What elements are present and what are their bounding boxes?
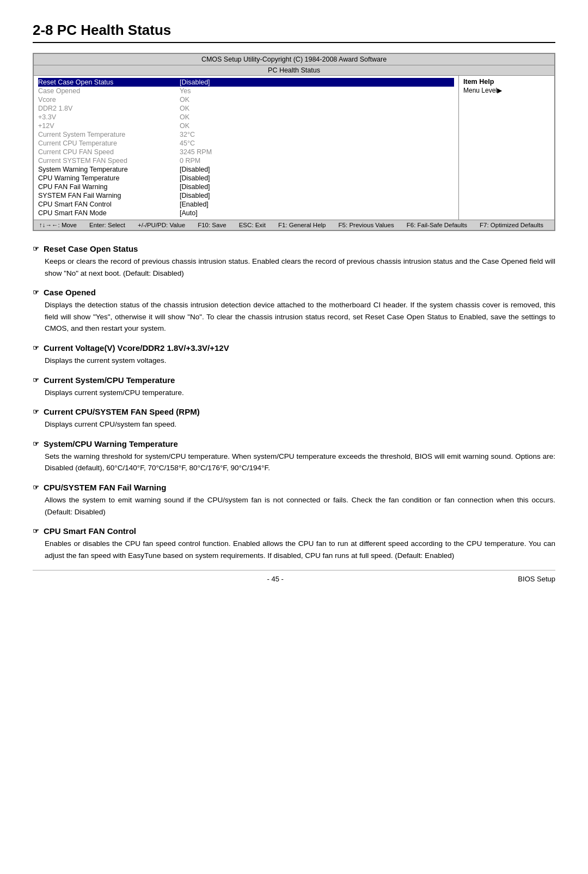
footer-right: BIOS Setup xyxy=(518,575,555,583)
bios-row-label: CPU Warning Temperature xyxy=(38,174,180,182)
bios-row[interactable]: Current CPU Temperature45°C xyxy=(38,139,454,148)
bios-row[interactable]: Current CPU FAN Speed3245 RPM xyxy=(38,148,454,156)
section-title: ☞CPU/SYSTEM FAN Fail Warning xyxy=(33,483,555,492)
bios-help-panel: Item Help Menu Level▶ xyxy=(459,76,554,220)
bios-setup-box: CMOS Setup Utility-Copyright (C) 1984-20… xyxy=(33,53,555,231)
section-title: ☞Current Voltage(V) Vcore/DDR2 1.8V/+3.3… xyxy=(33,343,555,353)
bios-row-label: Reset Case Open Status xyxy=(38,78,180,86)
bios-body: Reset Case Open Status[Disabled]Case Ope… xyxy=(34,76,554,220)
bios-row-label: CPU Smart FAN Mode xyxy=(38,209,180,217)
section-title: ☞Current CPU/SYSTEM FAN Speed (RPM) xyxy=(33,407,555,416)
bios-row-label: CPU Smart FAN Control xyxy=(38,201,180,208)
section-warning-temp: ☞System/CPU Warning TemperatureSets the … xyxy=(33,439,555,474)
bios-row-value: 0 RPM xyxy=(180,157,454,165)
section-body: Enables or disables the CPU fan speed co… xyxy=(45,538,555,561)
section-title-text: System/CPU Warning Temperature xyxy=(44,439,178,448)
section-title-text: Current System/CPU Temperature xyxy=(44,375,175,385)
section-body: Displays current CPU/system fan speed. xyxy=(45,418,555,430)
bios-row-label: System Warning Temperature xyxy=(38,166,180,173)
arrow-icon: ☞ xyxy=(33,245,39,253)
bios-row[interactable]: CPU Warning Temperature[Disabled] xyxy=(38,174,454,183)
section-title-text: CPU/SYSTEM FAN Fail Warning xyxy=(44,483,166,492)
bios-row[interactable]: +12VOK xyxy=(38,122,454,130)
bios-row-label: Current CPU Temperature xyxy=(38,139,180,147)
bios-footer-item: F6: Fail-Safe Defaults xyxy=(407,222,467,228)
bios-row-value: 32°C xyxy=(180,131,454,138)
bios-help-title: Item Help xyxy=(463,78,550,86)
bios-row[interactable]: Reset Case Open Status[Disabled] xyxy=(38,78,454,87)
section-title-text: Current Voltage(V) Vcore/DDR2 1.8V/+3.3V… xyxy=(44,343,229,353)
bios-footer-item: Enter: Select xyxy=(89,222,125,228)
section-title-text: Case Opened xyxy=(44,288,96,297)
bios-row[interactable]: System Warning Temperature[Disabled] xyxy=(38,165,454,174)
bios-row-value: 45°C xyxy=(180,139,454,147)
section-reset-case: ☞Reset Case Open StatusKeeps or clears t… xyxy=(33,244,555,279)
bios-footer-item: +/-/PU/PD: Value xyxy=(138,222,185,228)
section-body: Displays the detection status of the cha… xyxy=(45,299,555,335)
section-title-text: CPU Smart FAN Control xyxy=(44,526,136,536)
bios-row-label: Vcore xyxy=(38,96,180,104)
bios-row-label: +12V xyxy=(38,122,180,130)
bios-row[interactable]: +3.3VOK xyxy=(38,113,454,122)
section-title: ☞Current System/CPU Temperature xyxy=(33,375,555,385)
bios-row-label: Current System Temperature xyxy=(38,131,180,138)
section-title: ☞System/CPU Warning Temperature xyxy=(33,439,555,448)
sections-container: ☞Reset Case Open StatusKeeps or clears t… xyxy=(33,244,555,561)
bios-row[interactable]: CPU Smart FAN Control[Enabled] xyxy=(38,200,454,209)
bios-header: CMOS Setup Utility-Copyright (C) 1984-20… xyxy=(34,54,554,65)
bios-footer-item: ↑↓→←: Move xyxy=(39,222,77,228)
section-temp: ☞Current System/CPU TemperatureDisplays … xyxy=(33,375,555,399)
bios-footer-item: F1: General Help xyxy=(278,222,326,228)
bios-row-value: OK xyxy=(180,105,454,112)
page-footer: - 45 - BIOS Setup xyxy=(33,570,555,583)
bios-row-value: Yes xyxy=(180,87,454,95)
bios-row[interactable]: Current System Temperature32°C xyxy=(38,130,454,139)
bios-footer-item: F5: Previous Values xyxy=(339,222,394,228)
bios-row-label: SYSTEM FAN Fail Warning xyxy=(38,192,180,199)
bios-footer-item: F10: Save xyxy=(198,222,226,228)
bios-row-value: [Disabled] xyxy=(180,78,454,86)
bios-row[interactable]: Case OpenedYes xyxy=(38,87,454,95)
arrow-icon: ☞ xyxy=(33,288,39,296)
bios-row-label: Current SYSTEM FAN Speed xyxy=(38,157,180,165)
bios-footer-item: F7: Optimized Defaults xyxy=(480,222,543,228)
bios-row[interactable]: SYSTEM FAN Fail Warning[Disabled] xyxy=(38,191,454,200)
section-body: Sets the warning threshold for system/CP… xyxy=(45,451,555,474)
section-title: ☞CPU Smart FAN Control xyxy=(33,526,555,536)
bios-row-value: [Auto] xyxy=(180,209,454,217)
section-title: ☞Case Opened xyxy=(33,288,555,297)
bios-row[interactable]: DDR2 1.8VOK xyxy=(38,104,454,113)
section-voltage: ☞Current Voltage(V) Vcore/DDR2 1.8V/+3.3… xyxy=(33,343,555,367)
section-fan-fail: ☞CPU/SYSTEM FAN Fail WarningAllows the s… xyxy=(33,483,555,518)
bios-row-label: +3.3V xyxy=(38,113,180,121)
bios-row-value: OK xyxy=(180,113,454,121)
section-title-text: Reset Case Open Status xyxy=(44,244,138,253)
bios-row[interactable]: Current SYSTEM FAN Speed0 RPM xyxy=(38,156,454,165)
bios-row[interactable]: CPU Smart FAN Mode[Auto] xyxy=(38,209,454,217)
bios-row-value: OK xyxy=(180,122,454,130)
bios-row[interactable]: VcoreOK xyxy=(38,95,454,104)
bios-footer: ↑↓→←: MoveEnter: Select+/-/PU/PD: ValueF… xyxy=(34,220,554,230)
bios-row-value: [Enabled] xyxy=(180,201,454,208)
bios-row-value: [Disabled] xyxy=(180,166,454,173)
bios-row-label: DDR2 1.8V xyxy=(38,105,180,112)
arrow-icon: ☞ xyxy=(33,440,39,448)
bios-footer-item: ESC: Exit xyxy=(239,222,266,228)
section-body: Displays the current system voltages. xyxy=(45,355,555,367)
bios-row-label: Case Opened xyxy=(38,87,180,95)
section-smart-fan: ☞CPU Smart FAN ControlEnables or disable… xyxy=(33,526,555,561)
footer-center: - 45 - xyxy=(267,575,284,583)
section-body: Displays current system/CPU temperature. xyxy=(45,387,555,399)
bios-row-value: [Disabled] xyxy=(180,183,454,191)
section-case-opened: ☞Case OpenedDisplays the detection statu… xyxy=(33,288,555,335)
section-body: Keeps or clears the record of previous c… xyxy=(45,256,555,279)
bios-row[interactable]: CPU FAN Fail Warning[Disabled] xyxy=(38,183,454,191)
section-fan-speed: ☞Current CPU/SYSTEM FAN Speed (RPM)Displ… xyxy=(33,407,555,430)
arrow-icon: ☞ xyxy=(33,527,39,535)
arrow-icon: ☞ xyxy=(33,408,39,416)
arrow-icon: ☞ xyxy=(33,483,39,491)
bios-subheader: PC Health Status xyxy=(34,65,554,76)
bios-row-label: CPU FAN Fail Warning xyxy=(38,183,180,191)
section-body: Allows the system to emit warning sound … xyxy=(45,494,555,518)
bios-row-value: 3245 RPM xyxy=(180,148,454,156)
